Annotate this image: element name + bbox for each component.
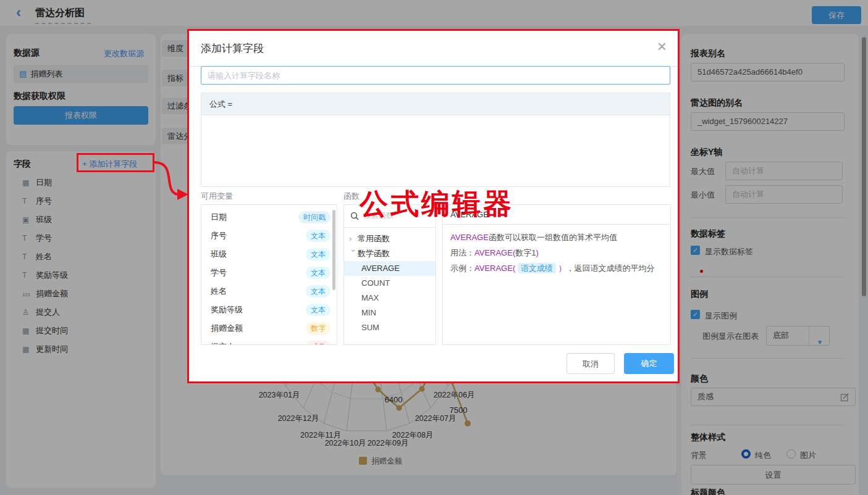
variables-scrollbar[interactable] xyxy=(332,210,335,290)
variable-row[interactable]: 奖励等级文本 xyxy=(201,301,337,319)
function-group-math[interactable]: ›数学函数 xyxy=(344,246,436,261)
function-usage-line: 用法：AVERAGE(数字1) xyxy=(450,245,663,260)
close-icon[interactable]: × xyxy=(657,38,667,54)
type-tag: 数字 xyxy=(306,322,331,335)
variable-row[interactable]: 捐赠金额数字 xyxy=(201,319,337,338)
functions-title: 函数 xyxy=(343,191,360,202)
confirm-button[interactable]: 确定 xyxy=(624,353,674,374)
type-tag: 文本 xyxy=(306,304,331,316)
annotation-formula-editor-text: 公式编辑器 xyxy=(360,189,514,218)
function-group-common[interactable]: ›常用函数 xyxy=(344,231,436,246)
function-item-max[interactable]: MAX xyxy=(344,291,436,306)
formula-label: 公式 = xyxy=(201,93,670,115)
app-window: ‹ 雷达分析图 保存 数据源 更改数据源 ▤捐赠列表 数据获取权限 报表权限 字… xyxy=(0,0,868,495)
function-description-panel: AVERAGE AVERAGE函数可以获取一组数值的算术平均值 用法：AVERA… xyxy=(442,204,671,345)
calc-field-name-input[interactable] xyxy=(201,66,670,85)
type-tag: 文本 xyxy=(306,248,331,260)
type-tag: 文本 xyxy=(306,230,331,242)
formula-editor-box[interactable]: 公式 = xyxy=(201,93,670,187)
cancel-button[interactable]: 取消 xyxy=(567,353,615,374)
variables-title: 可用变量 xyxy=(201,191,233,202)
function-description-line: AVERAGE函数可以获取一组数值的算术平均值 xyxy=(450,230,663,245)
variable-row[interactable]: 日期时间戳 xyxy=(201,208,337,227)
variable-row[interactable]: 学号文本 xyxy=(201,264,337,282)
function-item-sum[interactable]: SUM xyxy=(344,320,436,335)
function-item-average[interactable]: AVERAGE xyxy=(344,261,436,276)
example-field-chip: 语文成绩 xyxy=(518,263,556,273)
chevron-down-icon: › xyxy=(346,249,361,258)
modal-title: 添加计算字段 xyxy=(201,41,264,56)
variable-row[interactable]: 班级文本 xyxy=(201,245,337,264)
function-item-count[interactable]: COUNT xyxy=(344,276,436,291)
annotation-arrow xyxy=(151,157,195,204)
type-tag: 时间戳 xyxy=(298,211,331,223)
function-example-line: 示例：AVERAGE( 语文成绩 ），返回语文成绩的平均分 xyxy=(450,260,663,276)
search-icon xyxy=(350,212,359,220)
variables-list: 日期时间戳 序号文本 班级文本 学号文本 姓名文本 奖励等级文本 捐赠金额数字 … xyxy=(201,204,337,345)
annotation-highlight-box xyxy=(77,153,154,172)
chevron-right-icon: › xyxy=(349,231,358,246)
type-tag: 成员 xyxy=(306,341,331,345)
type-tag: 文本 xyxy=(306,267,331,279)
variable-row[interactable]: 提交人成员 xyxy=(201,338,337,345)
variable-row[interactable]: 序号文本 xyxy=(201,227,337,245)
type-tag: 文本 xyxy=(306,285,331,297)
variable-row[interactable]: 姓名文本 xyxy=(201,282,337,301)
function-item-min[interactable]: MIN xyxy=(344,306,436,320)
functions-panel: ›常用函数 ›数学函数 AVERAGE COUNT MAX MIN SUM xyxy=(343,204,436,345)
calc-field-name-wrapper xyxy=(201,66,670,85)
